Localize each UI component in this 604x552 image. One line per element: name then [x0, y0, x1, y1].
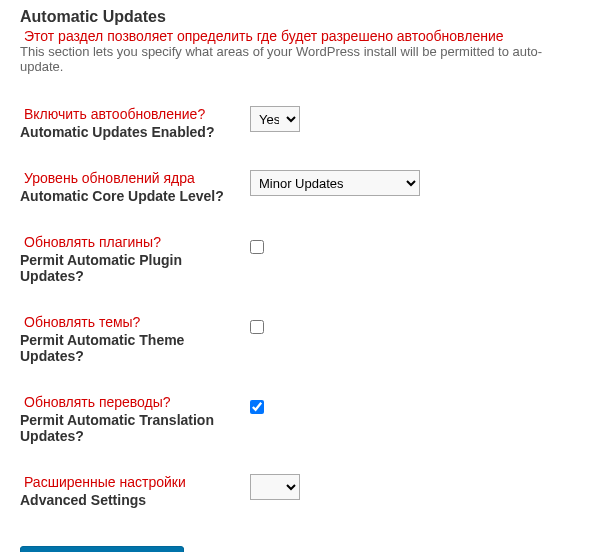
- enabled-select[interactable]: Yes: [250, 106, 300, 132]
- plugins-label-en: Permit Automatic Plugin Updates?: [20, 252, 230, 284]
- enabled-label-ru: Включить автообновление?: [24, 106, 230, 122]
- themes-checkbox[interactable]: [250, 320, 264, 334]
- advanced-label-en: Advanced Settings: [20, 492, 230, 508]
- core-level-select[interactable]: Minor Updates: [250, 170, 420, 196]
- enabled-label-en: Automatic Updates Enabled?: [20, 124, 230, 140]
- plugins-label-ru: Обновлять плагины?: [24, 234, 230, 250]
- plugins-checkbox[interactable]: [250, 240, 264, 254]
- core-level-label-en: Automatic Core Update Level?: [20, 188, 230, 204]
- advanced-select[interactable]: [250, 474, 300, 500]
- translations-label-en: Permit Automatic Translation Updates?: [20, 412, 230, 444]
- core-level-label-ru: Уровень обновлений ядра: [24, 170, 230, 186]
- translations-label-ru: Обновлять переводы?: [24, 394, 230, 410]
- translations-checkbox[interactable]: [250, 400, 264, 414]
- section-note-en: This section lets you specify what areas…: [20, 44, 584, 74]
- section-note-ru: Этот раздел позволяет определить где буд…: [24, 28, 584, 44]
- themes-label-ru: Обновлять темы?: [24, 314, 230, 330]
- section-title: Automatic Updates: [20, 8, 584, 26]
- advanced-label-ru: Расширенные настройки: [24, 474, 230, 490]
- themes-label-en: Permit Automatic Theme Updates?: [20, 332, 230, 364]
- save-button[interactable]: Сохранить изменения: [20, 546, 184, 552]
